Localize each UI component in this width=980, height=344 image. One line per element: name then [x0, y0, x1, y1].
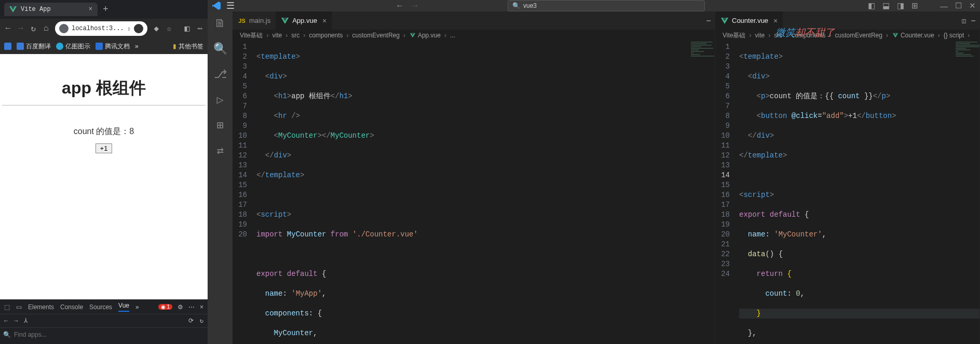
gemini-icon[interactable]: ◆	[153, 23, 160, 34]
tab-bar-left: JS main.js App.vue × ⋯	[233, 11, 715, 30]
editor-actions-icon[interactable]: ⋯	[706, 17, 711, 25]
address-bar[interactable]: localhost:3... ⇪	[55, 21, 147, 36]
vue-components-icon[interactable]: ⅄	[24, 317, 28, 325]
browser-tab-strip: Vite App × +	[0, 0, 208, 19]
search-icon: 🔍	[3, 331, 11, 339]
code-area-left[interactable]: 1234567891011121314151617181920 <templat…	[233, 41, 715, 344]
close-icon[interactable]: ×	[320, 17, 326, 25]
new-tab-button[interactable]: +	[98, 4, 114, 15]
folder-icon: ▮	[173, 43, 176, 50]
layout-right-icon[interactable]: ◨	[897, 1, 904, 10]
back-button[interactable]: ←	[4, 24, 11, 33]
run-debug-icon[interactable]: ▷	[216, 93, 223, 107]
favorites-icon[interactable]: ☆	[165, 23, 172, 34]
search-icon: 🔍	[512, 2, 520, 9]
code-lines[interactable]: <template> <div> <h1>app 根组件</h1> <hr />…	[256, 41, 715, 344]
command-center[interactable]: 🔍 vue3	[508, 0, 705, 11]
devtools-tab-console[interactable]: Console	[60, 303, 83, 311]
devtools-menu-icon[interactable]: ⋯	[188, 303, 195, 311]
code-area-right[interactable]: 123456789101112131415161718192021222324 …	[715, 41, 979, 344]
address-text: localhost:3...	[72, 25, 124, 32]
devtools-panel: ⬚ ▭ Elements Console Sources Vue » ◉ 1 ⚙…	[0, 299, 208, 344]
browser-toolbar: ← → ↻ ⌂ localhost:3... ⇪ ◆ ☆ ◧ ⋯	[0, 19, 208, 38]
devtools-close-icon[interactable]: ×	[200, 303, 203, 311]
window-close[interactable]: ✕	[969, 1, 976, 10]
page-hr	[2, 105, 206, 105]
editor-left: JS main.js App.vue × ⋯ Vite基础 vite s	[233, 11, 715, 344]
search-icon[interactable]: 🔍	[213, 42, 227, 56]
layout-custom-icon[interactable]: ⊞	[911, 1, 918, 10]
devtools-tab-elements[interactable]: Elements	[28, 303, 54, 311]
vue-search-row: 🔍	[0, 328, 208, 341]
other-bookmarks-folder[interactable]: ▮其他书签	[173, 42, 203, 51]
extensions-icon[interactable]: ⊞	[216, 118, 223, 133]
find-apps-input[interactable]	[14, 331, 118, 338]
bookmark-baidu-translate[interactable]: 百度翻译	[17, 42, 51, 51]
bookmark-1[interactable]	[4, 43, 11, 50]
tab-title: Vite App	[21, 6, 51, 13]
layout-bottom-icon[interactable]: ⬓	[882, 1, 890, 10]
breadcrumbs-left[interactable]: Vite基础 vite src components customEventRe…	[233, 30, 715, 41]
window-minimize[interactable]: ―	[940, 2, 948, 10]
gutter: 123456789101112131415161718192021222324	[715, 41, 739, 344]
bookmark-icon	[4, 43, 11, 50]
forward-button: →	[17, 24, 24, 33]
tab-app-vue[interactable]: App.vue ×	[276, 11, 332, 30]
site-info-icon[interactable]	[59, 24, 69, 33]
bookmark-overflow[interactable]: »	[135, 43, 139, 50]
vue-forward-icon[interactable]: →	[14, 317, 18, 325]
code-lines[interactable]: <template> <div> <p>count 的值是：{{ count }…	[739, 41, 979, 344]
vue-timeline-icon[interactable]: ⟳	[188, 317, 194, 325]
remote-icon[interactable]: ⇄	[216, 144, 223, 158]
bookmark-icon	[56, 43, 63, 50]
vue-refresh-icon[interactable]: ↻	[200, 317, 203, 325]
bookmark-icon	[17, 43, 24, 50]
home-button[interactable]: ⌂	[42, 24, 49, 33]
devtools-more[interactable]: »	[135, 303, 139, 311]
split-editor-icon[interactable]: ◫	[962, 17, 966, 25]
close-icon[interactable]: ×	[771, 17, 778, 25]
minimap[interactable]	[954, 41, 979, 93]
devtools-tab-sources[interactable]: Sources	[89, 303, 112, 311]
device-icon[interactable]: ▭	[16, 303, 22, 311]
vue-icon	[720, 17, 729, 24]
vue-devtools-toolbar: ← → ⅄ ⟳ ↻	[0, 314, 208, 328]
sidebar-toggle[interactable]: ◧	[183, 23, 190, 34]
nav-forward-icon[interactable]: →	[411, 1, 419, 10]
inspect-icon[interactable]: ⬚	[4, 303, 10, 311]
bookmark-yitu[interactable]: 亿图图示	[56, 42, 90, 51]
breadcrumbs-right[interactable]: Vite基础 vite src components customEventRe…	[715, 30, 979, 41]
tab-bar-right: Counter.vue × ◫ ⋯	[715, 11, 979, 30]
vscode-icon	[212, 1, 221, 10]
increment-button[interactable]: +1	[96, 143, 113, 153]
menu-button[interactable]: ⋯	[196, 23, 203, 34]
window-maximize[interactable]: ☐	[955, 1, 962, 10]
favorite-icon[interactable]	[134, 24, 143, 33]
browser-tab-viteapp[interactable]: Vite App ×	[4, 3, 98, 16]
share-icon[interactable]: ⇪	[127, 25, 131, 33]
refresh-button[interactable]: ↻	[30, 23, 37, 34]
error-badge[interactable]: ◉ 1	[158, 304, 172, 310]
tab-main-js[interactable]: JS main.js	[233, 11, 276, 30]
minimap[interactable]	[689, 41, 715, 93]
editor-group: JS main.js App.vue × ⋯ Vite基础 vite s	[233, 11, 980, 344]
hamburger-menu[interactable]: ☰	[226, 0, 235, 11]
layout-left-icon[interactable]: ◧	[868, 1, 875, 10]
devtools-tab-vue[interactable]: Vue	[118, 302, 129, 312]
nav-back-icon[interactable]: ←	[396, 1, 404, 10]
close-icon[interactable]: ×	[89, 6, 92, 13]
bookmarks-bar: 百度翻译 亿图图示 腾讯文档 » ▮其他书签	[0, 38, 208, 54]
bookmark-tencent-docs[interactable]: 腾讯文档	[96, 42, 130, 51]
tab-counter-vue[interactable]: Counter.vue ×	[715, 11, 783, 30]
vue-icon	[9, 6, 17, 12]
search-value: vue3	[523, 2, 537, 9]
devtools-settings-icon[interactable]: ⚙	[178, 303, 183, 311]
edge-browser: Vite App × + ← → ↻ ⌂ localhost:3... ⇪ ◆ …	[0, 0, 208, 344]
editor-actions-icon[interactable]: ⋯	[971, 17, 975, 25]
activity-bar: 🗎 🔍 ⎇ ▷ ⊞ ⇄	[208, 11, 233, 344]
vue-back-icon[interactable]: ←	[4, 317, 8, 325]
explorer-icon[interactable]: 🗎	[214, 17, 226, 31]
devtools-tabs: ⬚ ▭ Elements Console Sources Vue » ◉ 1 ⚙…	[0, 300, 208, 314]
source-control-icon[interactable]: ⎇	[214, 68, 227, 82]
editor-right: Counter.vue × ◫ ⋯ Vite基础 vite src compon…	[715, 11, 980, 344]
